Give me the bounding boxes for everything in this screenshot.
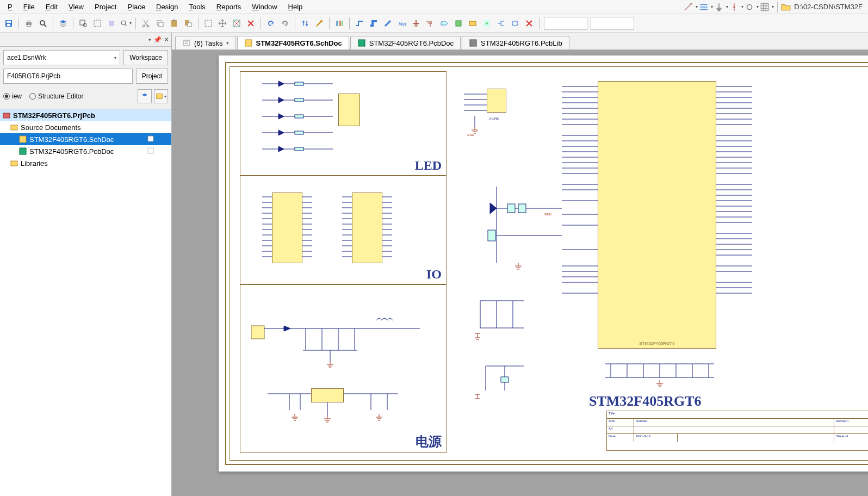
sch-file-icon xyxy=(18,135,27,144)
svg-rect-43 xyxy=(184,40,189,46)
select-rect-icon[interactable] xyxy=(202,17,215,30)
menu-reports[interactable]: Reports xyxy=(211,1,247,13)
right-tool-3[interactable] xyxy=(714,2,724,12)
library-icon[interactable] xyxy=(333,17,346,30)
gnd-icon[interactable] xyxy=(410,17,423,30)
svg-rect-39 xyxy=(148,136,153,141)
paste-icon[interactable] xyxy=(168,17,181,30)
svg-point-15 xyxy=(147,25,149,27)
main-toolbar: ▾ Net Vcc xyxy=(0,14,868,33)
close-icon[interactable]: ✕ xyxy=(164,36,169,44)
pcb-file-icon xyxy=(18,147,27,156)
tree-group-source[interactable]: Source Documents xyxy=(0,121,171,133)
layers-icon[interactable] xyxy=(57,17,70,30)
right-tool-1[interactable] xyxy=(684,2,693,12)
preview-icon[interactable] xyxy=(36,17,49,30)
cut-icon[interactable] xyxy=(139,17,152,30)
project-button[interactable]: Project xyxy=(136,69,168,84)
svg-point-8 xyxy=(40,21,45,25)
undo-icon[interactable] xyxy=(264,17,277,30)
tab-tasks[interactable]: (6) Tasks ▾ xyxy=(175,36,236,49)
menu-project[interactable]: Project xyxy=(89,1,122,13)
svg-rect-107 xyxy=(507,204,515,213)
svg-rect-110 xyxy=(488,230,495,241)
schematic-sheet: LED xyxy=(219,55,868,472)
toolbar-combo-2[interactable] xyxy=(591,17,634,30)
paste-special-icon[interactable] xyxy=(182,17,195,30)
block-led-label: LED xyxy=(415,158,442,173)
menu-window[interactable]: Window xyxy=(246,1,282,13)
tab-pcblib[interactable]: STM32F405RGT6.PcbLib xyxy=(462,36,569,49)
menu-place[interactable]: Place xyxy=(122,1,151,13)
menu-design[interactable]: Design xyxy=(151,1,183,13)
tree-group-libraries[interactable]: Libraries xyxy=(0,157,171,169)
right-tool-4[interactable] xyxy=(729,2,739,12)
panel-options-icon[interactable]: ▾ xyxy=(148,37,151,42)
print-icon[interactable] xyxy=(22,17,35,30)
menu-help[interactable]: Help xyxy=(283,1,308,13)
port-icon[interactable] xyxy=(438,17,451,30)
cross-probe-icon[interactable] xyxy=(313,17,326,30)
menu-file[interactable]: File xyxy=(18,1,40,13)
svg-marker-53 xyxy=(278,130,284,135)
hierarchy-up-icon[interactable] xyxy=(299,17,312,30)
project-combo[interactable]: F405RGT6.PrjPcb xyxy=(3,69,133,84)
netlabel-icon[interactable]: Net xyxy=(395,17,408,30)
pin-icon[interactable]: 📌 xyxy=(153,36,162,44)
harness-icon[interactable] xyxy=(494,17,507,30)
zoom-dropdown-icon[interactable]: ▾ xyxy=(119,17,132,30)
zoom-fit-icon[interactable] xyxy=(91,17,104,30)
zoom-sel-icon[interactable] xyxy=(105,17,118,30)
tab-pcbdoc[interactable]: STM32F405RGT6.PcbDoc xyxy=(350,36,461,49)
vcc-icon[interactable]: Vcc xyxy=(424,17,437,30)
led-header xyxy=(338,94,360,126)
noerc-icon[interactable] xyxy=(523,17,536,30)
copy-icon[interactable] xyxy=(153,17,166,30)
zoom-area-icon[interactable] xyxy=(77,17,90,30)
save-icon[interactable] xyxy=(2,17,15,30)
clear-icon[interactable] xyxy=(244,17,257,30)
svg-marker-47 xyxy=(278,81,284,86)
workspace-button[interactable]: Workspace xyxy=(123,50,168,65)
part-icon[interactable] xyxy=(509,17,522,30)
folder-icon xyxy=(10,123,18,132)
doc-closed-icon xyxy=(147,147,155,155)
right-tool-5[interactable] xyxy=(745,2,754,12)
radio-structure-editor[interactable]: Structure Editor xyxy=(29,92,83,100)
bus-entry-icon[interactable] xyxy=(381,17,394,30)
move-icon[interactable] xyxy=(216,17,229,30)
menu-tools[interactable]: Tools xyxy=(183,1,210,13)
menu-edit[interactable]: Edit xyxy=(40,1,63,13)
toolbar-combo-1[interactable] xyxy=(544,17,587,30)
device-sheet-icon[interactable] xyxy=(480,17,493,30)
tree-item-pcbdoc[interactable]: STM32F405RGT6.PcbDoc xyxy=(0,145,171,157)
tree-root[interactable]: STM32F405RGT6.PrjPcb xyxy=(0,109,171,121)
svg-rect-46 xyxy=(470,40,476,46)
workspace-combo[interactable]: ace1.DsnWrk ▾ xyxy=(3,50,120,65)
tab-schdoc[interactable]: STM32F405RGT6.SchDoc xyxy=(237,36,349,49)
grid-icon[interactable] xyxy=(760,2,770,12)
block-io-label: IO xyxy=(426,267,442,282)
right-tool-2[interactable] xyxy=(699,2,709,12)
sheet-symbol-icon[interactable] xyxy=(452,17,465,30)
svg-rect-21 xyxy=(188,23,191,27)
bus-icon[interactable] xyxy=(367,17,380,30)
panel-btn-1[interactable] xyxy=(138,89,152,103)
wire-icon[interactable] xyxy=(353,17,366,30)
svg-rect-17 xyxy=(159,22,163,27)
svg-point-24 xyxy=(320,20,323,22)
svg-rect-105 xyxy=(251,326,264,339)
radio-file-view[interactable]: iew xyxy=(3,92,22,100)
menu-bar: P File Edit View Project Place Design To… xyxy=(0,0,868,14)
menu-dxp[interactable]: P xyxy=(2,1,18,13)
menu-view[interactable]: View xyxy=(63,1,89,13)
sheet-entry-icon[interactable] xyxy=(466,17,479,30)
tree-item-schdoc[interactable]: STM32F405RGT6.SchDoc xyxy=(0,133,171,145)
deselect-icon[interactable] xyxy=(230,17,243,30)
panel-btn-2[interactable]: ▾ xyxy=(154,89,168,103)
svg-rect-44 xyxy=(245,40,252,46)
redo-icon[interactable] xyxy=(278,17,292,30)
folder-open-icon[interactable] xyxy=(781,2,791,12)
schematic-canvas[interactable]: LED xyxy=(172,50,868,496)
project-tree[interactable]: STM32F405RGT6.PrjPcb Source Documents ST… xyxy=(0,109,171,496)
